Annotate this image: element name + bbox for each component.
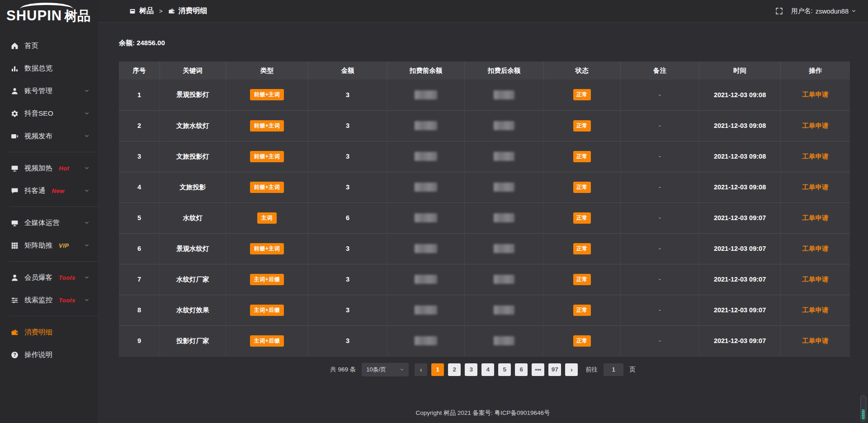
ticket-apply-link[interactable]: 工单申请: [802, 276, 828, 283]
chevron-down-icon: [84, 88, 90, 94]
logo-text-en: SHUPIN: [6, 8, 62, 24]
scrollbar-thumb[interactable]: [862, 409, 865, 419]
balance-before-cell: [387, 264, 464, 295]
page-button-1[interactable]: 1: [431, 363, 444, 376]
balance-before-cell: [387, 172, 464, 202]
status-badge: 正常: [573, 182, 591, 193]
time-cell: 2021-12-03 09:07: [699, 233, 780, 264]
logo-arc: [20, 3, 73, 9]
type-badge: 前缀+主词: [250, 151, 284, 162]
balance-after-cell: [465, 264, 544, 295]
goto-page-input[interactable]: [604, 363, 623, 376]
column-header: 扣费前余额: [387, 61, 464, 80]
sidebar-item-matrix-boost[interactable]: 矩阵助推VIP: [0, 234, 98, 257]
chevron-down-icon: [84, 111, 90, 116]
masked-balance-after: [494, 336, 514, 345]
sidebar-item-video-heat[interactable]: 视频加热Hot: [0, 157, 98, 179]
breadcrumb-item-current: 消费明细: [179, 6, 208, 16]
index-cell: 7: [119, 264, 160, 295]
sidebar-item-clue-monitor[interactable]: 线索监控Tools: [0, 289, 98, 311]
ticket-apply-link[interactable]: 工单申请: [802, 214, 828, 221]
index-cell: 6: [119, 233, 160, 264]
keyword-cell: 文旅水纹灯: [160, 110, 226, 141]
page-button-4[interactable]: 4: [481, 363, 494, 376]
sidebar-item-consumption-detail[interactable]: 消费明细: [0, 321, 98, 343]
sidebar-item-home[interactable]: 首页: [0, 34, 98, 57]
ticket-apply-link[interactable]: 工单申请: [802, 153, 828, 160]
sidebar-item-label: 视频发布: [24, 132, 52, 141]
time-cell: 2021-12-03 09:08: [699, 172, 780, 202]
amount-cell: 3: [308, 80, 387, 110]
index-cell: 2: [119, 110, 160, 141]
status-cell: 正常: [543, 233, 620, 264]
chevron-down-icon: [84, 133, 90, 139]
sidebar: SHUPIN树品 首页数据总览账号管理抖音SEO视频发布视频加热Hot抖客通Ne…: [0, 0, 98, 423]
sidebar-item-douyin-seo[interactable]: 抖音SEO: [0, 102, 98, 125]
status-badge: 正常: [573, 151, 591, 162]
balance-row: 余额: 24856.00: [119, 39, 850, 49]
sidebar-item-data-overview[interactable]: 数据总览: [0, 57, 98, 80]
consumption-table: 序号关键词类型金额扣费前余额扣费后余额状态备注时间操作 1景观投影灯前缀+主词3…: [119, 61, 850, 357]
status-badge: 正常: [573, 89, 591, 100]
masked-balance-after: [494, 152, 514, 161]
type-cell: 主词+后缀: [226, 264, 308, 295]
page-button-3[interactable]: 3: [465, 363, 477, 376]
amount-cell: 3: [308, 172, 387, 202]
masked-balance-after: [494, 306, 514, 315]
page-size-select[interactable]: 10条/页: [362, 363, 409, 376]
ticket-apply-link[interactable]: 工单申请: [802, 122, 828, 129]
keyword-cell: 水纹灯效果: [160, 295, 226, 325]
balance-after-cell: [465, 110, 544, 141]
index-cell: 3: [119, 141, 160, 172]
ticket-apply-link[interactable]: 工单申请: [802, 337, 828, 344]
pagination-total: 共 969 条: [330, 366, 356, 374]
ticket-apply-link[interactable]: 工单申请: [802, 91, 828, 98]
sidebar-item-all-media-operation[interactable]: 全媒体运营: [0, 212, 98, 234]
breadcrumb-app-icon-slot: [129, 8, 136, 14]
table-body: 1景观投影灯前缀+主词3正常-2021-12-03 09:08工单申请2文旅水纹…: [119, 80, 850, 356]
ticket-apply-link[interactable]: 工单申请: [802, 183, 828, 191]
note-cell: -: [620, 264, 699, 295]
breadcrumb: 树品 > 消费明细: [129, 6, 208, 16]
note-cell: -: [620, 233, 699, 264]
breadcrumb-item-home[interactable]: 树品: [139, 6, 154, 16]
index-cell: 8: [119, 295, 160, 325]
video-icon: [11, 132, 19, 140]
next-page-button[interactable]: ›: [565, 363, 578, 376]
masked-balance-after: [494, 213, 514, 222]
masked-balance-before: [415, 213, 437, 222]
amount-cell: 3: [308, 295, 387, 325]
scrollbar[interactable]: [860, 395, 866, 422]
sidebar-divider: [9, 261, 98, 262]
sidebar-item-member-baoke[interactable]: 会员爆客Tools: [0, 266, 98, 289]
footer-copyright: Copyright 树品 2021 备案号: 粤ICP备09019646号: [98, 409, 868, 423]
ticket-apply-link[interactable]: 工单申请: [802, 306, 828, 314]
table-row: 7水纹灯厂家主词+后缀3正常-2021-12-03 09:07工单申请: [119, 264, 850, 295]
fullscreen-button[interactable]: [775, 7, 783, 15]
sidebar-item-label: 数据总览: [24, 64, 52, 73]
topbar-right: 用户名: zswodun88: [775, 7, 856, 15]
type-cell: 前缀+主词: [226, 80, 308, 110]
page-button-97[interactable]: 97: [548, 363, 561, 376]
sidebar-item-douketong[interactable]: 抖客通New: [0, 179, 98, 202]
page-button-6[interactable]: 6: [515, 363, 528, 376]
page-button-5[interactable]: 5: [498, 363, 511, 376]
keyword-cell: 文旅投影灯: [160, 141, 226, 172]
monitor-icon: [11, 219, 19, 227]
page-ellipsis-button[interactable]: •••: [532, 363, 544, 376]
sidebar-item-badge: Hot: [59, 165, 69, 172]
balance-before-cell: [387, 110, 464, 141]
sidebar-menu: 首页数据总览账号管理抖音SEO视频发布视频加热Hot抖客通New全媒体运营矩阵助…: [0, 32, 98, 423]
page-button-2[interactable]: 2: [448, 363, 461, 376]
balance-after-cell: [465, 141, 544, 172]
ticket-apply-link[interactable]: 工单申请: [802, 245, 828, 252]
masked-balance-before: [415, 90, 437, 99]
person-icon: [11, 274, 19, 282]
user-menu[interactable]: 用户名: zswodun88: [791, 7, 856, 15]
column-header: 序号: [119, 61, 160, 80]
prev-page-button[interactable]: ‹: [415, 363, 427, 376]
table-row: 9投影灯厂家主词+后缀3正常-2021-12-03 09:07工单申请: [119, 325, 850, 356]
sidebar-item-instructions[interactable]: ?操作说明: [0, 343, 98, 366]
sidebar-item-video-publish[interactable]: 视频发布: [0, 125, 98, 147]
sidebar-item-account-manage[interactable]: 账号管理: [0, 80, 98, 102]
